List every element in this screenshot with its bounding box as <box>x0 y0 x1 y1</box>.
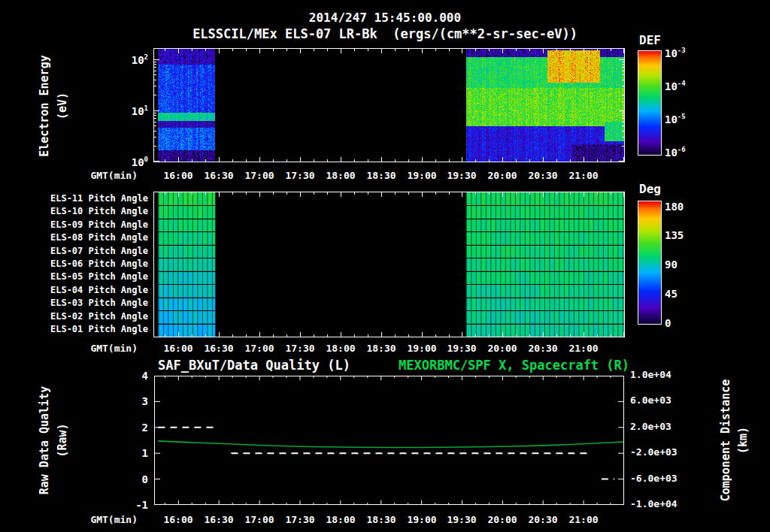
els-row-label: ELS-04 Pitch Angle <box>30 286 148 296</box>
els-row-label: ELS-11 Pitch Angle <box>30 194 148 204</box>
deg-colorbar <box>638 201 662 325</box>
time-tick-label: 16:00 <box>158 171 199 182</box>
def-colorbar-tick: 10-4 <box>665 80 686 92</box>
time-tick-label: 17:00 <box>239 171 280 182</box>
gmt-axis-label-top: GMT(min) <box>71 171 138 182</box>
def-colorbar-tick: 10-5 <box>665 113 686 125</box>
quality-y-axis-label: Raw Data Quality <box>38 386 51 495</box>
time-tick-label: 16:00 <box>158 515 199 526</box>
els-row-label: ELS-06 Pitch Angle <box>30 259 148 270</box>
def-colorbar-tick: 10-6 <box>665 146 686 159</box>
time-tick-label: 20:00 <box>482 343 523 355</box>
els-row-label: ELS-02 Pitch Angle <box>30 312 148 322</box>
quality-ytick-label: 0 <box>113 473 148 485</box>
els-row-label: ELS-10 Pitch Angle <box>30 207 148 217</box>
time-tick-label: 20:30 <box>523 343 563 355</box>
time-tick-label: 19:30 <box>441 171 482 182</box>
time-tick-label: 20:00 <box>482 515 523 526</box>
quality-ytick-label: -1 <box>113 499 148 511</box>
distance-ytick-label: -6.0e+03 <box>630 473 678 485</box>
spectrogram-y-axis-units: (eV) <box>56 92 69 119</box>
time-tick-label: 18:30 <box>361 515 402 526</box>
spectrogram-y-axis-label: Electron Energy <box>38 55 51 156</box>
time-tick-label: 19:30 <box>441 515 482 526</box>
energy-ytick-label: 102 <box>113 53 148 66</box>
distance-ytick-label: -1.0e+04 <box>630 499 678 510</box>
els-row-label: ELS-03 Pitch Angle <box>30 298 148 309</box>
time-tick-label: 20:00 <box>482 171 523 182</box>
time-tick-label: 17:30 <box>280 515 320 526</box>
distance-y-axis-label: Component Distance <box>720 379 732 502</box>
distance-y-axis-units: (km) <box>737 427 750 454</box>
time-tick-label: 17:00 <box>239 515 280 526</box>
time-tick-label: 20:30 <box>523 515 563 526</box>
time-tick-label: 18:00 <box>320 171 361 182</box>
deg-colorbar-tick: 90 <box>665 258 678 271</box>
quality-series-title: SAF_BXuT/Data Quality (L) <box>158 358 350 373</box>
time-tick-label: 19:00 <box>402 515 442 526</box>
deg-colorbar-tick: 45 <box>665 288 678 300</box>
deg-colorbar-tick: 180 <box>665 201 684 213</box>
quality-ytick-label: 2 <box>113 422 148 434</box>
time-tick-label: 16:30 <box>199 343 239 355</box>
time-tick-label: 18:30 <box>361 343 402 355</box>
distance-series-title: MEXORBMC/SPF X, Spacecraft (R) <box>399 358 629 373</box>
gmt-axis-label-middle: GMT(min) <box>71 343 138 355</box>
time-tick-label: 16:30 <box>199 515 239 526</box>
time-tick-label: 20:30 <box>523 171 563 182</box>
pitch-angle-heatmap <box>153 192 625 337</box>
energy-ytick-label: 101 <box>113 104 148 117</box>
quality-ytick-label: 3 <box>113 395 148 407</box>
distance-ytick-label: -2.0e+03 <box>630 447 678 458</box>
els-row-label: ELS-09 Pitch Angle <box>30 220 148 231</box>
distance-ytick-label: 1.0e+04 <box>630 370 671 381</box>
deg-colorbar-tick: 135 <box>665 229 684 241</box>
gmt-axis-label-bottom: GMT(min) <box>71 515 138 526</box>
time-tick-label: 18:00 <box>320 343 361 355</box>
time-tick-label: 17:00 <box>239 343 280 355</box>
time-tick-label: 21:00 <box>563 343 604 355</box>
time-tick-label: 18:00 <box>320 515 361 526</box>
els-row-label: ELS-08 Pitch Angle <box>30 233 148 243</box>
els-row-label: ELS-01 Pitch Angle <box>30 325 148 335</box>
time-tick-label: 19:00 <box>402 343 442 355</box>
els-row-label: ELS-05 Pitch Angle <box>30 272 148 283</box>
time-tick-label: 19:30 <box>441 343 482 355</box>
quality-y-axis-units: (Raw) <box>56 423 69 457</box>
time-tick-label: 18:30 <box>361 171 402 182</box>
electron-energy-spectrogram <box>153 48 625 162</box>
time-tick-label: 21:00 <box>563 515 604 526</box>
quality-ytick-label: 1 <box>113 447 148 459</box>
time-tick-label: 16:30 <box>199 171 239 182</box>
quality-ytick-label: 4 <box>113 370 148 382</box>
def-colorbar-title: DEF <box>639 34 661 47</box>
time-tick-label: 21:00 <box>563 171 604 182</box>
time-tick-label: 16:00 <box>158 343 199 355</box>
time-tick-label: 17:30 <box>280 171 320 182</box>
time-tick-label: 19:00 <box>402 171 442 182</box>
def-colorbar <box>638 50 662 156</box>
timestamp-title: 2014/247 15:45:00.000 <box>0 11 770 25</box>
deg-colorbar-tick: 0 <box>665 317 671 329</box>
plot-page: { "header": { "timestamp_title": "2014/2… <box>0 0 770 532</box>
timeseries-plot <box>154 376 624 505</box>
deg-colorbar-title: Deg <box>639 183 661 196</box>
time-tick-label: 17:30 <box>280 343 320 355</box>
distance-ytick-label: 6.0e+03 <box>630 395 671 407</box>
els-row-label: ELS-07 Pitch Angle <box>30 246 148 257</box>
distance-ytick-label: 2.0e+03 <box>630 422 671 433</box>
energy-ytick-label: 100 <box>113 156 148 168</box>
def-colorbar-tick: 10-3 <box>665 47 686 59</box>
